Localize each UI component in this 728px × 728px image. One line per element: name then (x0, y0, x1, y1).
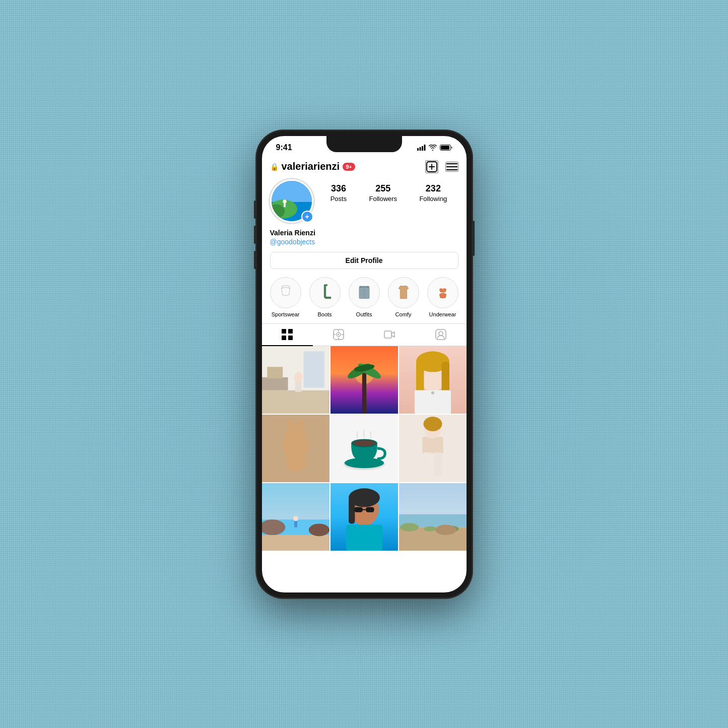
svg-point-66 (431, 391, 434, 394)
tab-igtv[interactable] (364, 324, 416, 346)
grid-photo-9[interactable] (399, 483, 467, 551)
svg-point-104 (435, 524, 456, 535)
highlight-circle-comfy (388, 277, 419, 308)
svg-point-88 (293, 515, 298, 520)
tab-tagged[interactable] (415, 324, 467, 346)
svg-rect-94 (354, 507, 362, 512)
grid-photo-7[interactable] (262, 483, 329, 551)
status-time: 9:41 (276, 143, 292, 152)
tab-reels[interactable] (313, 324, 364, 346)
highlight-boots[interactable]: Boots (309, 277, 341, 317)
tab-grid[interactable] (262, 324, 313, 346)
svg-point-87 (308, 523, 329, 536)
grid-photo-5[interactable] (330, 415, 398, 482)
svg-rect-89 (294, 521, 297, 527)
svg-rect-93 (349, 497, 355, 523)
phone-notch (326, 136, 402, 152)
followers-label: Followers (369, 195, 397, 203)
phone-screen: 9:41 (262, 136, 467, 592)
svg-rect-23 (324, 284, 327, 286)
svg-point-80 (423, 417, 442, 431)
stats-container: 336 Posts 255 Followers 232 Following (319, 179, 458, 203)
highlight-label-sportswear: Sportswear (272, 311, 300, 317)
svg-rect-49 (303, 351, 324, 387)
notification-badge[interactable]: 9+ (343, 163, 355, 171)
svg-rect-97 (346, 524, 382, 551)
svg-rect-35 (288, 336, 293, 340)
avatar-container[interactable]: + (270, 179, 313, 223)
svg-rect-81 (423, 452, 431, 476)
battery-icon (440, 145, 452, 151)
svg-rect-0 (417, 148, 419, 151)
username-row: 🔒 valeriarienzi 9+ (270, 160, 458, 173)
svg-rect-95 (366, 507, 374, 512)
signal-icon (417, 145, 426, 151)
svg-rect-2 (422, 146, 423, 151)
bio-section: Valeria Rienzi @goodobjects (262, 229, 467, 252)
username-left: 🔒 valeriarienzi 9+ (270, 161, 355, 172)
svg-rect-33 (288, 329, 293, 334)
header-icons (425, 160, 458, 173)
tab-bar (262, 323, 467, 346)
svg-point-101 (400, 523, 419, 531)
svg-rect-56 (362, 372, 366, 413)
scrollable-area[interactable]: 9:41 (262, 136, 467, 592)
profile-header: 🔒 valeriarienzi 9+ (262, 154, 467, 223)
status-icons (417, 145, 452, 151)
add-post-button[interactable] (425, 160, 438, 173)
svg-point-38 (338, 334, 339, 336)
svg-rect-34 (282, 336, 286, 340)
grid-photo-1[interactable] (262, 346, 329, 414)
svg-point-77 (353, 440, 375, 446)
highlight-circle-outfits (349, 277, 380, 308)
svg-rect-70 (297, 420, 303, 440)
svg-rect-85 (262, 535, 329, 551)
highlight-label-boots: Boots (317, 311, 332, 317)
svg-rect-71 (283, 438, 289, 451)
svg-rect-43 (384, 331, 391, 338)
svg-rect-5 (441, 146, 449, 150)
grid-photo-4[interactable] (262, 415, 329, 482)
lock-icon: 🔒 (270, 163, 279, 171)
followers-stat[interactable]: 255 Followers (369, 183, 397, 203)
svg-point-45 (439, 332, 443, 336)
highlight-circle-sportswear (270, 277, 301, 308)
svg-rect-3 (424, 145, 425, 151)
highlight-outfits[interactable]: Outfits (349, 277, 380, 317)
grid-photo-2[interactable] (330, 346, 398, 414)
profile-info-row: + 336 Posts 255 Followers (270, 179, 458, 223)
svg-point-17 (283, 200, 286, 203)
menu-button[interactable] (445, 162, 458, 172)
svg-rect-53 (295, 381, 301, 392)
highlight-comfy[interactable]: Comfy (388, 277, 419, 317)
posts-stat[interactable]: 336 Posts (330, 183, 347, 203)
bio-handle[interactable]: @goodobjects (270, 238, 458, 246)
svg-point-103 (424, 526, 436, 531)
highlight-label-comfy: Comfy (395, 311, 412, 317)
posts-label: Posts (330, 195, 347, 203)
display-name: Valeria Rienzi (270, 229, 458, 237)
grid-photo-8[interactable] (330, 483, 398, 551)
svg-rect-1 (419, 147, 421, 151)
grid-photo-3[interactable] (399, 346, 467, 414)
highlight-sportswear[interactable]: Sportswear (270, 277, 301, 317)
phone-device: 9:41 (256, 130, 473, 599)
svg-rect-18 (284, 203, 286, 207)
svg-point-52 (294, 372, 302, 382)
highlight-circle-boots (309, 277, 341, 308)
avatar-add-button[interactable]: + (301, 211, 313, 223)
following-stat[interactable]: 232 Following (419, 183, 447, 203)
wifi-icon (429, 145, 437, 151)
svg-rect-63 (416, 361, 424, 392)
username-text: valeriarienzi (282, 161, 340, 172)
photo-grid (262, 346, 467, 551)
svg-rect-69 (288, 420, 294, 440)
highlight-label-outfits: Outfits (356, 311, 372, 317)
edit-profile-button[interactable]: Edit Profile (270, 252, 458, 269)
following-label: Following (419, 195, 447, 203)
highlight-underwear[interactable]: Underwear (427, 277, 458, 317)
svg-rect-32 (282, 329, 286, 334)
svg-rect-47 (262, 390, 329, 413)
svg-rect-64 (441, 361, 449, 392)
grid-photo-6[interactable] (399, 415, 467, 482)
